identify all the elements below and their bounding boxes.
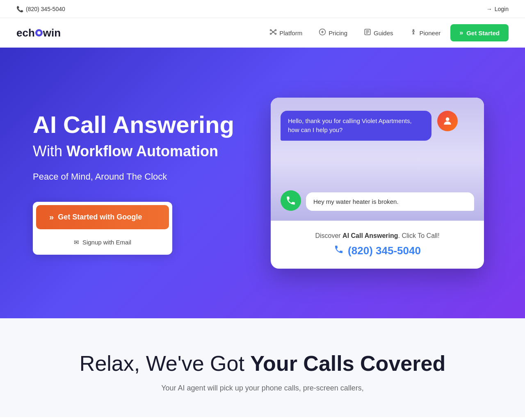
chevron-double-google-icon: » xyxy=(49,212,54,222)
nav-item-guides[interactable]: Guides xyxy=(357,25,400,41)
svg-point-1 xyxy=(270,30,272,31)
nav-links: Platform Pricing Guides Pioneer » Get St… xyxy=(263,24,509,41)
email-icon: ✉ xyxy=(74,239,79,246)
footer-prefix: Discover xyxy=(315,232,342,239)
nav-item-platform[interactable]: Platform xyxy=(263,25,309,41)
platform-icon xyxy=(269,28,277,37)
chat-window: Hello, thank you for calling Violet Apar… xyxy=(271,98,484,221)
nav-item-pricing[interactable]: Pricing xyxy=(312,25,354,41)
nav-get-started-button[interactable]: » Get Started xyxy=(450,24,509,41)
section-title: Relax, We've Got Your Calls Covered xyxy=(33,351,492,376)
chat-phone-link[interactable]: (820) 345-5040 xyxy=(281,244,474,257)
nav-item-guides-label: Guides xyxy=(374,30,393,37)
svg-line-6 xyxy=(274,30,275,32)
nav-get-started-label: Get Started xyxy=(466,30,500,37)
svg-line-7 xyxy=(272,32,273,34)
chat-footer: Discover AI Call Answering. Click To Cal… xyxy=(271,221,484,269)
ai-chat-bubble: Hello, thank you for calling Violet Apar… xyxy=(281,111,431,141)
hero-tagline-normal: Around The Clock xyxy=(93,171,167,182)
topbar-phone-number: (820) 345-5040 xyxy=(26,6,65,12)
hero-right: Hello, thank you for calling Violet Apar… xyxy=(262,98,492,269)
hero-subtitle: With Workflow Automation xyxy=(33,143,262,160)
nav-item-pricing-label: Pricing xyxy=(329,30,347,37)
get-started-google-label: Get Started with Google xyxy=(58,213,142,221)
logo-text-right: win xyxy=(43,27,61,39)
signup-email-label: Signup with Email xyxy=(82,239,131,246)
login-label: Login xyxy=(495,6,509,12)
footer-suffix: . Click To Call! xyxy=(398,232,440,239)
hero-tagline: Peace of Mind, Around The Clock xyxy=(33,171,262,182)
chat-footer-text: Discover AI Call Answering. Click To Cal… xyxy=(281,232,474,240)
svg-point-2 xyxy=(275,30,276,31)
hero-title: AI Call Answering xyxy=(33,111,262,139)
nav-item-pioneer-label: Pioneer xyxy=(420,30,441,37)
section-title-normal: Relax, We've Got xyxy=(80,352,250,375)
signup-email-button[interactable]: ✉ Signup with Email xyxy=(36,233,169,251)
navbar: ech win Platform Pricing Guides Pi xyxy=(0,18,525,48)
nav-item-platform-label: Platform xyxy=(279,30,302,37)
hero-left: AI Call Answering With Workflow Automati… xyxy=(33,111,262,255)
footer-bold: AI Call Answering xyxy=(342,232,398,239)
nav-item-pioneer[interactable]: Pioneer xyxy=(403,25,447,41)
ai-avatar xyxy=(437,111,458,131)
section-title-bold: Your Calls Covered xyxy=(250,352,445,375)
caller-avatar xyxy=(281,190,301,211)
phone-icon: 📞 xyxy=(16,6,23,12)
login-icon: → xyxy=(486,6,492,12)
guides-icon xyxy=(364,28,371,37)
logo-text-left: ech xyxy=(16,27,35,39)
hero-subtitle-bold: Workflow Automation xyxy=(66,143,218,160)
svg-line-8 xyxy=(274,32,275,34)
svg-point-0 xyxy=(273,32,274,33)
svg-line-5 xyxy=(272,30,273,32)
hero-tagline-bold: Peace of Mind, xyxy=(33,171,93,182)
topbar-phone[interactable]: 📞 (820) 345-5040 xyxy=(16,6,65,12)
cta-group: » Get Started with Google ✉ Signup with … xyxy=(33,202,172,255)
get-started-google-button[interactable]: » Get Started with Google xyxy=(36,205,169,229)
topbar: 📞 (820) 345-5040 → Login xyxy=(0,0,525,18)
chat-phone-number: (820) 345-5040 xyxy=(348,244,421,257)
login-button[interactable]: → Login xyxy=(486,6,509,12)
svg-point-4 xyxy=(275,33,276,34)
pricing-icon xyxy=(319,28,326,37)
chat-phone-icon xyxy=(334,244,344,257)
hero-subtitle-prefix: With xyxy=(33,143,66,160)
logo[interactable]: ech win xyxy=(16,27,61,39)
chat-card: Hello, thank you for calling Violet Apar… xyxy=(271,98,484,269)
user-chat-bubble: Hey my water heater is broken. xyxy=(306,192,474,211)
chevron-double-icon: » xyxy=(459,29,463,37)
logo-dot xyxy=(35,29,43,37)
pioneer-icon xyxy=(410,28,417,37)
section-subtitle: Your AI agent will pick up your phone ca… xyxy=(139,384,386,393)
user-chat-row: Hey my water heater is broken. xyxy=(281,190,474,211)
svg-point-3 xyxy=(270,33,272,34)
below-fold-section: Relax, We've Got Your Calls Covered Your… xyxy=(0,318,525,417)
hero-section: AI Call Answering With Workflow Automati… xyxy=(0,48,525,318)
svg-point-17 xyxy=(446,117,450,121)
